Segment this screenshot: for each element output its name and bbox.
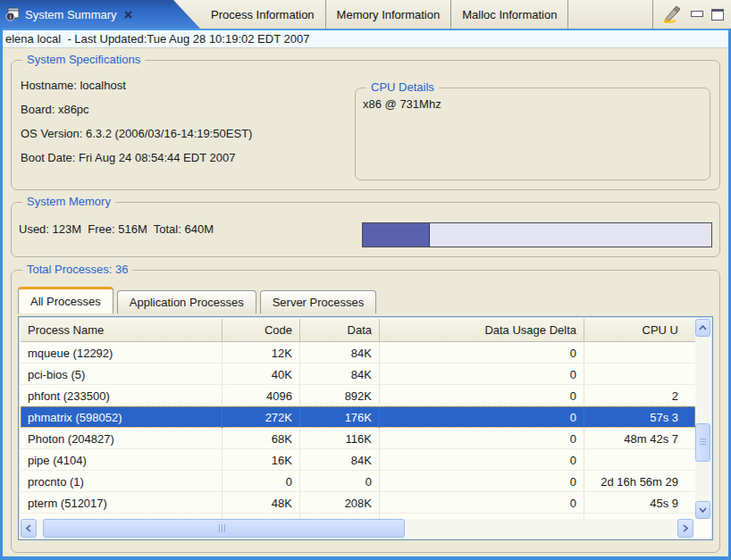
table-row[interactable]: pterm (512017)48K208K045s 9 [21,492,695,514]
cell-delta: 0 [380,428,584,449]
tab-label: Memory Information [337,8,441,21]
minimize-icon[interactable] [691,10,702,20]
column-header-process-name[interactable]: Process Name [21,319,223,341]
cell-cpu: 45s 9 [584,492,685,514]
column-header-cpu-usage[interactable]: CPU U [584,319,685,341]
maximize-icon[interactable] [711,9,724,21]
vertical-scrollbar[interactable] [695,319,710,519]
cell-name: pci-bios (5) [21,364,223,385]
column-header-code[interactable]: Code [223,319,300,341]
view-body: elena local - Last Updated:Tue Aug 28 10… [0,29,731,560]
process-tabs: All Processes Application Processes Serv… [18,285,719,313]
cell-data: 892K [300,385,380,406]
close-icon[interactable] [124,11,132,19]
horizontal-scroll-thumb[interactable] [43,519,405,538]
cell-delta: 0 [380,471,584,492]
tab-label: System Summary [25,8,117,21]
cell-data: 0 [300,471,380,492]
cell-name: phfont (233500) [21,385,223,406]
cell-cpu [584,449,685,471]
column-header-data-usage-delta[interactable]: Data Usage Delta [380,319,584,341]
cell-delta: 0 [380,342,584,364]
process-table-body: mqueue (12292)12K84K0pci-bios (5)40K84K0… [21,342,695,522]
cell-cpu: 2d 16h 56m 29 [584,471,685,492]
cell-name: phmatrix (598052) [21,406,223,428]
memory-usage-bar [362,222,712,247]
status-line: elena local - Last Updated:Tue Aug 28 10… [3,29,728,48]
vertical-scroll-thumb[interactable] [695,423,710,462]
content-area: System Specifications Hostname: localhos… [3,48,728,556]
table-row[interactable]: pci-bios (5)40K84K0 [21,364,695,385]
cell-name: pipe (4104) [21,449,223,471]
table-row[interactable]: procnto (1)0002d 16h 56m 29 [21,471,695,492]
table-row[interactable]: phfont (233500)4096892K02 [21,385,695,406]
tab-server-processes[interactable]: Server Processes [260,290,377,313]
view-tab-bar: i System Summary Process Information Mem… [0,0,731,29]
column-header-data[interactable]: Data [300,319,380,341]
cell-code: 12K [223,342,300,364]
cell-data: 84K [300,449,380,471]
cell-data: 116K [300,428,380,449]
cell-data: 84K [300,364,380,385]
scroll-left-icon[interactable] [21,519,37,538]
cell-name: mqueue (12292) [21,342,223,364]
process-table-header: Process Name Code Data Data Usage Delta … [21,319,695,342]
cell-data: 176K [300,406,380,428]
system-information-view: i System Summary Process Information Mem… [0,0,731,560]
cell-data: 84K [300,342,380,364]
view-toolbar [652,0,731,29]
group-title: CPU Details [366,80,439,94]
cell-code: 272K [223,406,300,428]
tab-system-summary[interactable]: i System Summary [0,0,200,29]
tab-application-processes[interactable]: Application Processes [117,290,256,313]
cell-cpu: 48m 42s 7 [584,428,685,449]
cell-name: Photon (204827) [21,428,223,449]
table-row[interactable]: Photon (204827)68K116K048m 42s 7 [21,428,695,449]
cell-delta: 0 [380,364,584,385]
system-summary-icon: i [5,7,20,21]
cell-code: 68K [223,428,300,449]
cell-code: 40K [223,364,300,385]
scroll-right-icon[interactable] [677,519,693,538]
system-memory-group: System Memory Used: 123M Free: 516M Tota… [11,202,720,257]
tab-label: Application Processes [130,296,244,309]
tab-label: Malloc Information [462,8,557,21]
cell-name: procnto (1) [21,471,223,492]
tab-label: All Processes [30,295,101,308]
tab-malloc-information[interactable]: Malloc Information [451,0,568,29]
cell-code: 4096 [223,385,300,406]
cell-cpu [584,364,685,385]
table-row[interactable]: phmatrix (598052)272K176K057s 3 [21,406,695,428]
cell-code: 0 [223,471,300,492]
scroll-up-icon[interactable] [695,319,710,337]
cell-data: 208K [300,492,380,514]
total-processes-group: Total Processes: 36 All Processes Applic… [11,270,720,553]
memory-summary: Used: 123M Free: 516M Total: 640M [19,222,214,236]
group-title: System Memory [22,195,115,208]
cell-code: 16K [223,449,300,471]
table-row[interactable]: pipe (4104)16K84K0 [21,449,695,471]
table-row[interactable]: mqueue (12292)12K84K0 [21,342,695,364]
tab-label: Process Information [211,8,315,21]
log-highlighter-icon[interactable] [662,5,682,23]
horizontal-scrollbar[interactable] [21,519,693,538]
cell-delta: 0 [380,406,584,428]
cell-cpu: 57s 3 [584,406,685,428]
tab-label: Server Processes [273,296,365,309]
cpu-details-group: CPU Details x86 @ 731Mhz [355,88,710,180]
cell-delta: 0 [380,449,584,471]
cell-name: pterm (512017) [21,492,223,514]
scroll-down-icon[interactable] [695,501,710,519]
process-table: Process Name Code Data Data Usage Delta … [18,316,713,540]
memory-usage-fill [363,223,430,247]
cell-delta: 0 [380,385,584,406]
tab-memory-information[interactable]: Memory Information [326,0,452,29]
cell-delta: 0 [380,492,584,514]
group-title: System Specifications [22,53,145,66]
cell-code: 48K [223,492,300,514]
cell-cpu [584,342,685,364]
total-processes-title: Total Processes: 36 [22,263,132,276]
tab-process-information[interactable]: Process Information [200,0,326,29]
tab-all-processes[interactable]: All Processes [18,287,113,313]
system-specifications-group: System Specifications Hostname: localhos… [11,60,720,190]
